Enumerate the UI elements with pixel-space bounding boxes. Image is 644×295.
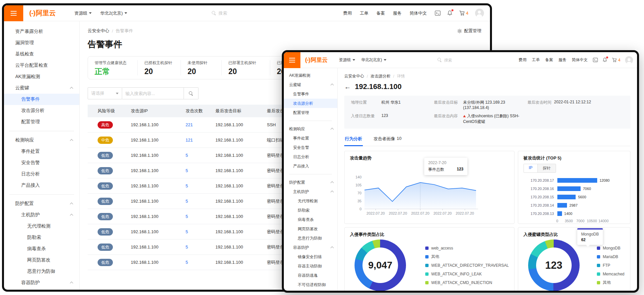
filter-select[interactable]: 请选择 — [88, 87, 122, 99]
topnav-link-服务[interactable]: 服务 — [558, 57, 566, 63]
toggle-探针[interactable]: 探针 — [538, 164, 556, 172]
topnav-link-工单[interactable]: 工单 — [360, 10, 368, 16]
sidebar-item-病毒查杀[interactable]: 病毒查杀 — [284, 215, 337, 224]
sidebar-item-主机防护[interactable]: 主机防护 — [284, 187, 337, 196]
tab-行为分析[interactable]: 行为分析 — [344, 134, 363, 146]
resource-group-dropdown[interactable]: 资源组 — [74, 10, 92, 16]
sidebar-item-产品接入[interactable]: 产品接入 — [4, 180, 79, 191]
sidebar-item-安全告警[interactable]: 安全告警 — [284, 143, 337, 152]
attack-count-link[interactable]: 5 — [186, 214, 215, 219]
region-dropdown[interactable]: 华北2(北京) — [361, 57, 386, 63]
topnav-link-备案[interactable]: 备案 — [545, 57, 553, 63]
attack-count-link[interactable]: 5 — [186, 183, 215, 188]
topnav-link-服务[interactable]: 服务 — [393, 10, 402, 16]
cart-icon[interactable]: 4 — [612, 57, 620, 62]
region-dropdown[interactable]: 华北2(北京) — [100, 10, 127, 16]
hamburger-menu-button[interactable] — [4, 5, 23, 21]
user-avatar[interactable] — [475, 9, 484, 18]
topnav-link-费用[interactable]: 费用 — [343, 10, 352, 16]
resource-group-dropdown[interactable]: 资源组 — [339, 57, 355, 63]
aliyun-logo[interactable]: (-) 阿里云 — [29, 9, 56, 18]
attack-count-link[interactable]: 5 — [186, 199, 215, 204]
sidebar-item-安全告警[interactable]: 安全告警 — [4, 157, 79, 168]
tab-攻击者画像[interactable]: 攻击者画像10 — [373, 134, 402, 146]
sidebar-item-告警事件[interactable]: 告警事件 — [4, 94, 79, 105]
sidebar-item-事件处置[interactable]: 事件处置 — [4, 146, 79, 157]
global-search-input[interactable] — [444, 58, 467, 62]
terminal-icon[interactable] — [593, 58, 598, 62]
sidebar-item-不可信进程防御[interactable]: 不可信进程防御 — [284, 280, 337, 289]
attack-count-link[interactable]: 121 — [186, 138, 215, 143]
sidebar-item-资产暴露分析[interactable]: 资产暴露分析 — [4, 26, 79, 37]
attack-count-link[interactable]: 5 — [186, 245, 215, 249]
sidebar-item-AK泄漏检测[interactable]: AK泄漏检测 — [284, 71, 337, 80]
aliyun-logo[interactable]: (-) 阿里云 — [305, 56, 328, 64]
topnav-link-简体中文[interactable]: 简体中文 — [410, 10, 427, 16]
sidebar-item-容器防逃逸[interactable]: 容器防逃逸 — [284, 271, 337, 280]
attack-count-link[interactable]: 221 — [186, 122, 215, 127]
breadcrumb-item-攻击源分析[interactable]: 攻击源分析 — [370, 73, 390, 79]
topnav-link-工单[interactable]: 工单 — [532, 57, 540, 63]
sidebar-item-防勒索[interactable]: 防勒索 — [4, 232, 79, 243]
search-content-input[interactable] — [122, 87, 184, 99]
sidebar-item-云蜜罐[interactable]: 云蜜罐 — [284, 80, 337, 89]
sidebar-item-日志分析[interactable]: 日志分析 — [284, 152, 337, 161]
sidebar-item-配置管理[interactable]: 配置管理 — [4, 116, 79, 128]
bell-icon[interactable] — [603, 57, 607, 62]
sidebar-item-防护配置[interactable]: 防护配置 — [284, 178, 337, 187]
attack-count-link[interactable]: 5 — [186, 260, 215, 265]
sidebar-item-防护配置[interactable]: 防护配置 — [4, 198, 79, 209]
sidebar-item-恶意行为防御[interactable]: 恶意行为防御 — [284, 234, 337, 243]
sidebar-item-容器防火墙[interactable]: 容器防火墙 — [284, 289, 337, 291]
sidebar-item-漏洞管理[interactable]: 漏洞管理 — [4, 37, 79, 49]
sidebar-item-病毒查杀[interactable]: 病毒查杀 — [4, 243, 79, 254]
sidebar-item-网页防篡改[interactable]: 网页防篡改 — [4, 254, 79, 266]
bell-icon[interactable] — [447, 10, 452, 16]
sidebar-item-事件处置[interactable]: 事件处置 — [284, 134, 337, 143]
sidebar-item-镜像安全扫描[interactable]: 镜像安全扫描 — [4, 288, 79, 290]
attack-count-link[interactable]: 5 — [186, 168, 215, 173]
global-search[interactable] — [438, 58, 467, 62]
sidebar-item-云平台配置检查[interactable]: 云平台配置检查 — [4, 60, 79, 71]
global-search[interactable] — [212, 11, 258, 16]
sidebar-item-攻击源分析[interactable]: 攻击源分析 — [284, 99, 337, 108]
sidebar-item-主机防护[interactable]: 主机防护 — [4, 209, 79, 221]
sidebar-item-攻击源分析[interactable]: 攻击源分析 — [4, 105, 79, 116]
user-avatar[interactable] — [625, 56, 633, 64]
attack-count-link[interactable]: 5 — [186, 229, 215, 234]
sidebar-item-检测响应[interactable]: 检测响应 — [4, 135, 79, 146]
sidebar-item-容器防护[interactable]: 容器防护 — [284, 243, 337, 252]
topnav-link-简体中文[interactable]: 简体中文 — [572, 57, 588, 63]
topnav-link-备案[interactable]: 备案 — [376, 10, 385, 16]
sidebar-item-防勒索[interactable]: 防勒索 — [284, 206, 337, 215]
sidebar-item-检测响应[interactable]: 检测响应 — [284, 124, 337, 134]
sidebar-item-AK泄漏检测[interactable]: AK泄漏检测 — [4, 71, 79, 82]
sidebar-item-云蜜罐[interactable]: 云蜜罐 — [4, 82, 79, 94]
sidebar-item-无代理检测[interactable]: 无代理检测 — [4, 221, 79, 232]
hamburger-menu-button[interactable] — [284, 52, 300, 68]
sidebar-item-容器主动防御[interactable]: 容器主动防御 — [284, 261, 337, 271]
back-arrow-button[interactable]: ← — [344, 83, 351, 90]
config-manage-link[interactable]: 配置管理 — [457, 28, 481, 34]
sidebar-item-告警事件[interactable]: 告警事件 — [284, 89, 337, 99]
global-search-input[interactable] — [218, 11, 258, 16]
cart-icon[interactable]: 4 — [459, 10, 468, 16]
terminal-icon[interactable] — [435, 11, 441, 16]
search-button[interactable] — [184, 87, 199, 99]
sidebar-item-无代理检测[interactable]: 无代理检测 — [284, 196, 337, 206]
sidebar-item-产品接入[interactable]: 产品接入 — [284, 161, 337, 171]
attack-count-link[interactable]: 5 — [186, 153, 215, 158]
legend-label: Memcached — [603, 272, 624, 276]
sidebar-item-label: 事件处置 — [21, 148, 40, 154]
sidebar-item-网页防篡改[interactable]: 网页防篡改 — [284, 224, 337, 234]
sidebar-item-基线检查[interactable]: 基线检查 — [4, 49, 79, 60]
breadcrumb-item-云安全中心[interactable]: 云安全中心 — [88, 28, 109, 34]
toggle-IP[interactable]: IP — [524, 164, 538, 172]
sidebar-item-日志分析[interactable]: 日志分析 — [4, 168, 79, 180]
breadcrumb-item-云安全中心[interactable]: 云安全中心 — [344, 73, 364, 79]
topnav-link-费用[interactable]: 费用 — [519, 57, 526, 63]
sidebar-item-容器防护[interactable]: 容器防护 — [4, 277, 79, 288]
sidebar-item-恶意行为防御[interactable]: 恶意行为防御 — [4, 266, 79, 277]
sidebar-item-镜像安全扫描[interactable]: 镜像安全扫描 — [284, 252, 337, 261]
sidebar-item-配置管理[interactable]: 配置管理 — [284, 108, 337, 117]
